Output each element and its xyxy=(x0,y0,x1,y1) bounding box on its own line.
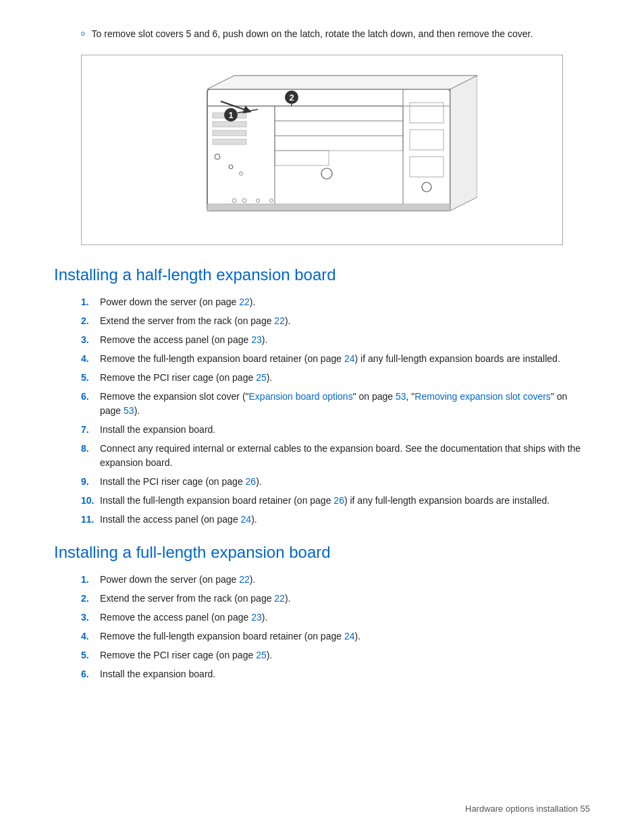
svg-text:2: 2 xyxy=(289,93,294,103)
section1-steps: 1. Power down the server (on page 22). 2… xyxy=(81,295,590,527)
step-text: Power down the server (on page 22). xyxy=(100,573,590,587)
section2-steps: 1. Power down the server (on page 22). 2… xyxy=(81,573,590,681)
svg-point-19 xyxy=(422,182,431,192)
step-2-6: 6. Install the expansion board. xyxy=(81,667,590,681)
bullet-dot: o xyxy=(81,30,85,37)
step-num: 11. xyxy=(81,513,100,527)
step-num: 9. xyxy=(81,475,100,489)
link-removing-expansion[interactable]: Removing expansion slot covers xyxy=(414,391,551,402)
svg-rect-10 xyxy=(213,130,246,136)
link-53b[interactable]: 53 xyxy=(124,405,134,416)
step-text: Remove the PCI riser cage (on page 25). xyxy=(100,648,590,662)
link-22b[interactable]: 22 xyxy=(274,315,285,326)
step-num: 5. xyxy=(81,371,100,385)
diagram-image: 1 2 xyxy=(167,69,477,231)
svg-point-13 xyxy=(229,165,233,169)
svg-point-30 xyxy=(232,199,236,203)
svg-point-33 xyxy=(270,199,273,203)
step-num: 6. xyxy=(81,390,100,404)
svg-point-31 xyxy=(242,199,246,203)
step-num: 6. xyxy=(81,667,100,681)
step-num: 5. xyxy=(81,648,100,662)
svg-rect-29 xyxy=(207,204,450,211)
step-text: Install the full-length expansion board … xyxy=(100,494,590,508)
svg-rect-9 xyxy=(213,122,246,127)
step-text: Connect any required internal or externa… xyxy=(100,442,590,470)
svg-point-14 xyxy=(240,172,243,176)
link-25a[interactable]: 25 xyxy=(256,372,267,383)
step-text: Remove the PCI riser cage (on page 25). xyxy=(100,371,590,385)
svg-text:1: 1 xyxy=(228,110,233,120)
step-1-8: 8. Connect any required internal or exte… xyxy=(81,442,590,470)
step-2-5: 5. Remove the PCI riser cage (on page 25… xyxy=(81,648,590,662)
svg-marker-38 xyxy=(207,76,477,89)
svg-rect-6 xyxy=(275,151,329,165)
svg-point-12 xyxy=(215,154,220,159)
step-1-2: 2. Extend the server from the rack (on p… xyxy=(81,314,590,328)
link-expansion-board-options[interactable]: Expansion board options xyxy=(249,391,353,402)
step-num: 2. xyxy=(81,592,100,606)
step-1-1: 1. Power down the server (on page 22). xyxy=(81,295,590,309)
svg-point-20 xyxy=(321,168,332,179)
svg-point-32 xyxy=(257,199,260,203)
step-2-4: 4. Remove the full-length expansion boar… xyxy=(81,629,590,644)
step-num: 8. xyxy=(81,442,100,456)
diagram-container: 1 2 xyxy=(81,55,563,245)
step-1-7: 7. Install the expansion board. xyxy=(81,423,590,437)
link-25b[interactable]: 25 xyxy=(256,650,267,660)
link-22d[interactable]: 22 xyxy=(274,593,285,604)
step-1-11: 11. Install the access panel (on page 24… xyxy=(81,513,590,527)
svg-rect-4 xyxy=(275,121,403,136)
bullet-intro: o To remove slot covers 5 and 6, push do… xyxy=(54,27,590,41)
link-24c[interactable]: 24 xyxy=(344,631,355,642)
step-text: Extend the server from the rack (on page… xyxy=(100,592,590,606)
link-26b[interactable]: 26 xyxy=(333,495,344,506)
step-num: 10. xyxy=(81,494,100,508)
bullet-intro-text: To remove slot covers 5 and 6, push down… xyxy=(92,27,590,41)
link-23b[interactable]: 23 xyxy=(251,612,262,623)
section2-heading: Installing a full-length expansion board xyxy=(54,543,590,562)
link-22c[interactable]: 22 xyxy=(239,574,250,585)
step-text: Install the expansion board. xyxy=(100,667,590,681)
svg-rect-11 xyxy=(213,139,246,145)
step-num: 4. xyxy=(81,629,100,644)
step-2-2: 2. Extend the server from the rack (on p… xyxy=(81,592,590,606)
step-num: 1. xyxy=(81,295,100,309)
step-text: Remove the full-length expansion board r… xyxy=(100,629,590,644)
step-num: 7. xyxy=(81,423,100,437)
step-text: Remove the full-length expansion board r… xyxy=(100,352,590,366)
step-1-10: 10. Install the full-length expansion bo… xyxy=(81,494,590,508)
step-1-6: 6. Remove the expansion slot cover ("Exp… xyxy=(81,390,590,418)
step-1-5: 5. Remove the PCI riser cage (on page 25… xyxy=(81,371,590,385)
section1-heading: Installing a half-length expansion board xyxy=(54,265,590,284)
step-num: 3. xyxy=(81,610,100,625)
step-1-4: 4. Remove the full-length expansion boar… xyxy=(81,352,590,366)
step-text: Remove the access panel (on page 23). xyxy=(100,333,590,347)
link-26a[interactable]: 26 xyxy=(246,476,257,487)
footer: Hardware options installation 55 xyxy=(465,804,590,814)
svg-line-23 xyxy=(238,109,258,113)
step-text: Install the expansion board. xyxy=(100,423,590,437)
step-num: 3. xyxy=(81,333,100,347)
link-24b[interactable]: 24 xyxy=(241,514,252,525)
link-22a[interactable]: 22 xyxy=(239,296,250,307)
step-text: Remove the expansion slot cover ("Expans… xyxy=(100,390,590,418)
step-text: Power down the server (on page 22). xyxy=(100,295,590,309)
step-num: 1. xyxy=(81,573,100,587)
step-2-1: 1. Power down the server (on page 22). xyxy=(81,573,590,587)
step-num: 4. xyxy=(81,352,100,366)
link-24a[interactable]: 24 xyxy=(344,353,355,364)
svg-rect-17 xyxy=(410,130,444,150)
step-2-3: 3. Remove the access panel (on page 23). xyxy=(81,610,590,625)
step-1-9: 9. Install the PCI riser cage (on page 2… xyxy=(81,475,590,489)
svg-rect-5 xyxy=(275,136,403,151)
step-1-3: 3. Remove the access panel (on page 23). xyxy=(81,333,590,347)
step-num: 2. xyxy=(81,314,100,328)
svg-rect-3 xyxy=(275,106,403,121)
step-text: Extend the server from the rack (on page… xyxy=(100,314,590,328)
step-text: Install the access panel (on page 24). xyxy=(100,513,590,527)
svg-rect-18 xyxy=(410,157,444,177)
link-53a[interactable]: 53 xyxy=(396,391,406,402)
svg-marker-39 xyxy=(450,76,477,211)
link-23a[interactable]: 23 xyxy=(251,334,262,345)
